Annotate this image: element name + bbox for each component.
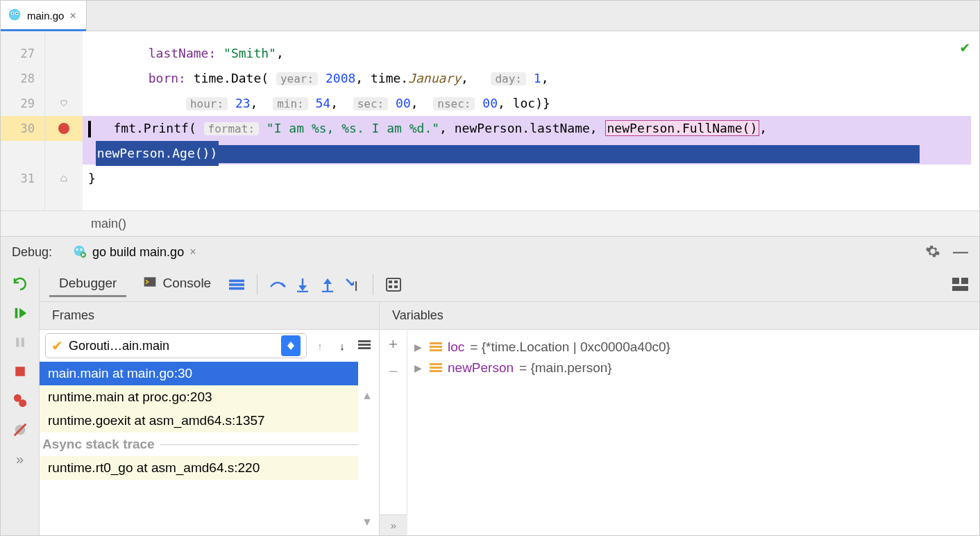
debug-toolwindow-header: Debug: go build main.go × —	[1, 237, 979, 267]
fold-icon[interactable]	[60, 174, 68, 183]
tab-filename: main.go	[27, 10, 64, 22]
frame-up-button[interactable]: ↑	[311, 337, 329, 355]
breadcrumb-bar[interactable]: main()	[1, 210, 979, 237]
svg-rect-33	[952, 286, 968, 291]
frame-list[interactable]: main.main at main.go:30 runtime.main at …	[40, 362, 358, 535]
frame-item[interactable]: runtime.rt0_go at asm_amd64.s:220	[40, 456, 358, 480]
variables-toolbar: + −	[380, 330, 407, 514]
threads-icon[interactable]	[228, 276, 246, 294]
debug-session-tab[interactable]: go build main.go ×	[63, 237, 205, 267]
dropdown-stepper-icon[interactable]	[281, 335, 301, 356]
evaluate-expression-button[interactable]	[385, 276, 403, 294]
breakpoint-icon[interactable]	[58, 123, 69, 134]
go-file-icon	[8, 8, 22, 24]
step-out-button[interactable]	[319, 276, 337, 294]
more-actions-button[interactable]: »	[10, 449, 30, 469]
svg-rect-27	[389, 280, 392, 283]
svg-rect-9	[15, 308, 17, 319]
variable-row[interactable]: ▶ newPerson = {main.person}	[410, 358, 977, 378]
svg-rect-20	[229, 287, 244, 290]
check-icon: ✔	[51, 337, 63, 354]
svg-rect-32	[961, 278, 968, 284]
stop-button[interactable]	[10, 362, 30, 381]
caret	[88, 121, 91, 137]
step-into-button[interactable]	[294, 276, 312, 294]
editor-tabbar: main.go ×	[1, 1, 979, 31]
async-stack-label: Async stack trace	[40, 433, 358, 456]
svg-rect-19	[229, 283, 244, 286]
variables-list[interactable]: ▶ loc = {*time.Location | 0xc0000a40c0} …	[407, 330, 979, 514]
variables-pane: Variables + − ▶ loc = {*time.Location | …	[380, 302, 979, 535]
code-editor[interactable]: 27 28 29 30 31 ✔ lastName: "Smith", born…	[1, 31, 979, 210]
expand-icon[interactable]: ▶	[414, 362, 424, 374]
svg-point-3	[12, 13, 13, 15]
svg-rect-36	[358, 347, 371, 349]
tab-console[interactable]: Console	[133, 271, 221, 299]
struct-icon	[430, 342, 442, 352]
svg-point-4	[16, 13, 17, 15]
close-tab-icon[interactable]: ×	[69, 10, 76, 22]
scroll-up-icon[interactable]: ▲	[358, 390, 376, 402]
minimize-icon[interactable]: —	[953, 243, 968, 261]
gear-icon[interactable]	[925, 244, 940, 261]
svg-rect-26	[387, 278, 400, 291]
debug-action-rail: »	[1, 267, 40, 535]
goroutine-select[interactable]: ✔ Gorouti…ain.main	[45, 333, 307, 358]
resume-button[interactable]	[10, 303, 30, 323]
svg-point-0	[9, 9, 21, 21]
code-area[interactable]: ✔ lastName: "Smith", born: time.Date( ye…	[83, 31, 979, 210]
svg-rect-11	[21, 337, 24, 346]
svg-rect-29	[389, 285, 392, 288]
frame-down-button[interactable]: ↓	[333, 337, 351, 355]
line-number-gutter: 27 28 29 30 31	[1, 31, 45, 210]
add-watch-button[interactable]: +	[389, 335, 398, 353]
frame-item[interactable]: main.main at main.go:30	[40, 362, 358, 385]
view-breakpoints-button[interactable]	[10, 391, 30, 410]
svg-rect-10	[16, 337, 19, 346]
svg-rect-34	[358, 340, 371, 342]
svg-rect-31	[952, 278, 959, 284]
svg-rect-35	[358, 344, 371, 346]
remove-watch-button[interactable]: −	[388, 362, 398, 381]
hide-frames-button[interactable]	[355, 337, 373, 355]
debug-body: » Debugger Console Frames	[1, 267, 979, 535]
run-to-cursor-button[interactable]	[344, 276, 362, 294]
expand-icon[interactable]: ▶	[414, 342, 424, 353]
frames-pane: Frames ✔ Gorouti…ain.main ↑ ↓	[40, 302, 380, 535]
svg-point-6	[76, 248, 78, 250]
frame-item[interactable]: runtime.main at proc.go:203	[40, 385, 358, 409]
tab-debugger[interactable]: Debugger	[49, 271, 126, 297]
variables-header: Variables	[380, 302, 979, 330]
step-over-button[interactable]	[269, 276, 287, 294]
svg-rect-18	[229, 279, 244, 282]
scroll-down-icon[interactable]: ▼	[358, 516, 376, 528]
svg-point-7	[80, 248, 82, 250]
rerun-button[interactable]	[10, 274, 30, 294]
analysis-ok-icon[interactable]: ✔	[961, 38, 970, 56]
frames-header: Frames	[40, 302, 379, 330]
more-button[interactable]: »	[380, 514, 407, 535]
mute-breakpoints-button[interactable]	[10, 420, 30, 439]
struct-icon	[430, 363, 442, 373]
svg-rect-28	[394, 280, 398, 283]
go-run-icon	[73, 244, 87, 260]
frame-item[interactable]: runtime.goexit at asm_amd64.s:1357	[40, 409, 358, 433]
debug-label: Debug:	[1, 245, 63, 260]
svg-rect-30	[394, 285, 398, 288]
close-session-icon[interactable]: ×	[189, 246, 196, 258]
console-icon	[143, 275, 157, 292]
svg-rect-17	[144, 277, 156, 286]
gutter-icons	[45, 31, 83, 210]
variable-row[interactable]: ▶ loc = {*time.Location | 0xc0000a40c0}	[410, 337, 977, 358]
fold-icon[interactable]	[60, 99, 68, 108]
pause-button[interactable]	[10, 333, 30, 352]
editor-tab-main-go[interactable]: main.go ×	[1, 1, 87, 31]
svg-rect-12	[15, 367, 25, 376]
breadcrumb-item[interactable]: main()	[91, 217, 126, 231]
debug-toolbar: Debugger Console	[40, 267, 979, 302]
layout-settings-button[interactable]	[952, 276, 970, 294]
svg-point-14	[19, 399, 26, 407]
